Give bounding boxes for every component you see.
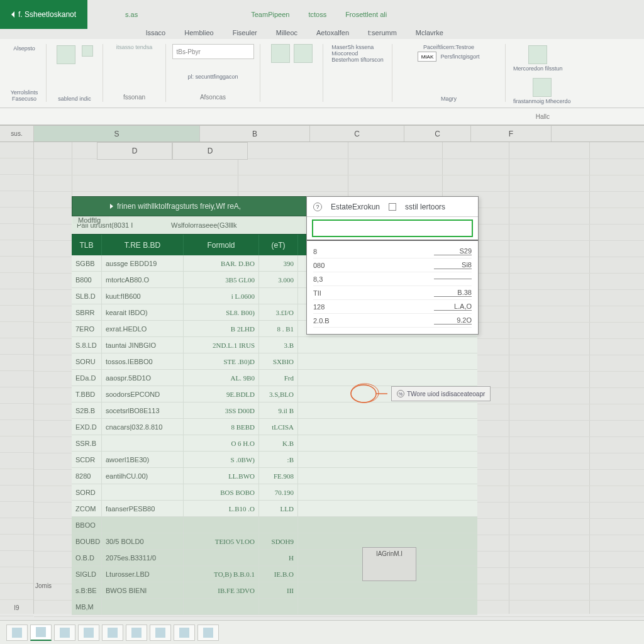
table-cell[interactable]: BAR. D.BO [184,255,259,271]
table-cell[interactable]: kearait IBDO) [102,304,184,320]
table-cell[interactable]: exrat.HEDLO [102,321,184,336]
table-cell[interactable]: 3B5 GL00 [184,272,259,287]
table-cell[interactable]: IB.FE 3DVO [184,582,259,598]
table-cell[interactable]: Lturosser.LBD [102,566,184,582]
row-header[interactable] [0,158,33,175]
table-cell[interactable]: SBRR [72,304,102,320]
table-cell[interactable] [259,288,298,304]
row-header[interactable] [0,584,33,600]
ribbon-item-label[interactable]: MaserSh kssena [331,44,374,50]
row-header[interactable] [0,322,33,338]
table-cell[interactable]: 3.B [259,337,298,353]
row-header[interactable] [0,551,33,567]
table-cell[interactable]: K.B [259,435,298,451]
table-cell[interactable] [259,599,298,614]
table-cell[interactable]: O 6 H.O [184,435,259,451]
table-cell[interactable]: 3.000 [259,272,298,287]
table-cell[interactable] [184,599,259,614]
ribbon-button[interactable]: Mercoredon filsstun [512,44,564,73]
table-cell[interactable]: LL.BWO [184,468,259,484]
ribbon-tab[interactable]: s.as [125,11,138,18]
sheet-tab[interactable] [78,625,99,641]
table-cell[interactable]: SLB.D [72,288,102,304]
row-header[interactable] [0,355,33,371]
name-box[interactable]: sus. [0,126,34,142]
table-row[interactable]: BBOO [72,517,477,533]
table-cell[interactable]: EDa.D [72,370,102,386]
table-cell[interactable]: EXD.D [72,419,102,435]
ribbon-tab[interactable]: TeamPipeen [251,11,289,18]
lookup-row[interactable]: 128L.A,O [313,300,472,314]
table-cell[interactable]: SSR.B [72,435,102,451]
checkbox-icon[interactable] [389,203,396,211]
table-row[interactable]: 8280eantilhCU.00)LL.BWOFE.908 [72,468,477,484]
ribbon-icon[interactable] [271,44,290,63]
table-col[interactable]: T.RE B.BD [102,235,184,255]
table-cell[interactable]: 3.S,BLO [259,386,298,402]
table-cell[interactable]: S2B.B [72,402,102,418]
table-cell[interactable]: 9E.BDLD [184,386,259,402]
table-cell[interactable]: 390 [259,255,298,271]
help-icon[interactable]: ? [313,203,322,211]
lookup-row[interactable]: 2.0.B9.2O [313,314,472,328]
sheet-tab[interactable] [30,625,52,641]
table-row[interactable]: SORUtossos.IEBBO0STE .B0)DSXBIO [72,353,477,370]
table-cell[interactable]: :B [259,452,298,467]
table-cell[interactable]: TO,B) B.B.0.1 [184,566,259,582]
column-header[interactable]: B [200,126,310,142]
table-cell[interactable]: aaospr.5BD1O [102,370,184,386]
table-cell[interactable]: awoerl1BE30) [102,452,184,467]
table-cell[interactable]: SIGLD [72,566,102,582]
table-cell[interactable]: T.BBD [72,386,102,402]
ribbon-button[interactable] [80,44,94,58]
table-cell[interactable]: 2075es.B3311/0 [102,550,184,565]
ribbon-button[interactable]: MIAK [418,52,436,62]
table-cell[interactable]: aussge EBDD19 [102,255,184,271]
row-header[interactable] [0,469,33,486]
table-cell[interactable]: STE .B0)D [184,353,259,369]
row-header[interactable] [0,404,33,420]
ribbon-item-label[interactable]: Miocoreod [331,50,358,57]
table-cell[interactable]: faanserPESB80 [102,501,184,516]
table-cell[interactable]: mtortcAB80.O [102,272,184,287]
ribbon-tab[interactable]: Milleoc [276,29,297,36]
table-cell[interactable]: LLD [259,501,298,516]
column-header[interactable]: C [404,126,471,142]
table-cell[interactable]: kuut:fIB600 [102,288,184,304]
row-header[interactable] [0,191,33,208]
table-cell[interactable]: SORU [72,353,102,369]
table-cell[interactable]: 7ERO [72,321,102,336]
row-header[interactable] [0,486,33,502]
row-header[interactable] [0,420,33,436]
lookup-row[interactable]: 080Si8 [313,258,472,272]
row-header[interactable] [0,387,33,404]
table-cell[interactable]: SCDR [72,452,102,467]
ribbon-button[interactable] [55,44,77,65]
table-cell[interactable]: socetsrlBO8E113 [102,402,184,418]
table-col[interactable]: (eT) [259,235,298,255]
table-cell[interactable]: SL8. B00) [184,304,259,320]
sub-column-header[interactable]: D [172,142,248,160]
lookup-input[interactable] [312,219,473,237]
table-cell[interactable]: BBOO [72,517,102,533]
table-cell[interactable]: 8280 [72,468,102,484]
row-header[interactable] [0,453,33,469]
ribbon-tab[interactable]: Fiseuler [233,29,257,36]
ribbon-tab[interactable]: Frosettlent ali [345,11,387,18]
table-cell[interactable]: 2ND.L.1 IRUS [184,337,259,353]
table-cell[interactable] [184,550,259,565]
sheet-tab[interactable] [174,625,195,641]
table-cell[interactable]: SGBB [72,255,102,271]
table-cell[interactable]: eantilhCU.00) [102,468,184,484]
ribbon-button[interactable]: firastanmoig Mhecerdo [512,77,572,106]
table-cell[interactable]: 3SS D00D [184,402,259,418]
table-cell[interactable]: 9.il B [259,402,298,418]
row-header[interactable] [0,273,33,289]
table-cell[interactable]: B800 [72,272,102,287]
table-row[interactable]: s.B:BEBWOS BIENIIB.FE 3DVOIII [72,582,477,599]
ribbon-item-label[interactable]: Besterhom tiftorscon [331,57,384,63]
table-row[interactable]: BOUBD30/5 BOLD0TEIO5 VI.OOSDOH9 [72,533,477,550]
table-row[interactable]: O.B.D2075es.B3311/0H [72,550,477,566]
table-cell[interactable]: IE.B.O [259,566,298,582]
table-cell[interactable] [102,435,184,451]
